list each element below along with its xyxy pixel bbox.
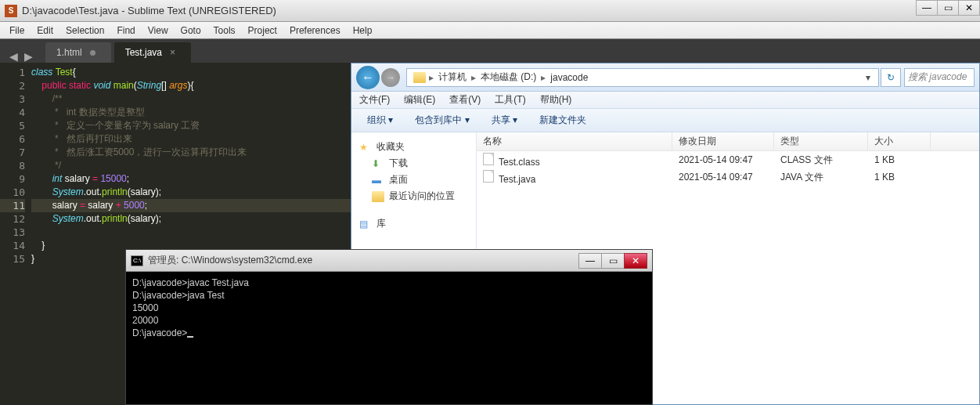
cmd-output[interactable]: D:\javacode>javac Test.java D:\javacode>… <box>126 272 652 344</box>
explorer-menubar: 文件(F) 编辑(E) 查看(V) 工具(T) 帮助(H) <box>351 92 979 109</box>
tabbar: ◀ ▶ 1.html Test.java × <box>0 39 980 63</box>
exp-menu-file[interactable]: 文件(F) <box>359 93 390 107</box>
line-number: 10 <box>0 186 25 199</box>
tab-testjava[interactable]: Test.java × <box>114 42 191 63</box>
cmd-maximize-button[interactable]: ▭ <box>601 253 625 269</box>
breadcrumb[interactable]: 计算机 <box>434 71 471 84</box>
cmd-titlebar: C:\ 管理员: C:\Windows\system32\cmd.exe — ▭… <box>126 250 652 272</box>
sidebar-favorites[interactable]: ★收藏夹 <box>355 139 473 155</box>
maximize-button[interactable]: ▭ <box>937 0 959 16</box>
close-icon[interactable]: × <box>170 47 175 58</box>
line-number: 4 <box>0 106 25 119</box>
forward-button[interactable]: → <box>381 68 400 87</box>
line-number: 12 <box>0 212 25 226</box>
file-icon <box>483 170 494 183</box>
col-size[interactable]: 大小 <box>868 132 931 150</box>
line-number: 13 <box>0 226 25 239</box>
address-bar[interactable]: ▸ 计算机 ▸ 本地磁盘 (D:) ▸ javacode ▾ <box>406 68 879 87</box>
exp-menu-view[interactable]: 查看(V) <box>449 93 481 107</box>
close-button[interactable]: ✕ <box>958 0 980 16</box>
download-icon: ⬇ <box>372 158 384 169</box>
search-input[interactable]: 搜索 javacode <box>904 68 975 87</box>
col-date[interactable]: 修改日期 <box>672 132 774 150</box>
menu-selection[interactable]: Selection <box>59 24 110 38</box>
tab-prev-icon[interactable]: ◀ <box>6 50 21 63</box>
cmd-minimize-button[interactable]: — <box>578 253 602 269</box>
menubar: File Edit Selection Find View Goto Tools… <box>0 22 980 39</box>
col-name[interactable]: 名称 <box>477 132 672 150</box>
line-number: 5 <box>0 119 25 132</box>
cmd-prompt: D:\javacode> <box>132 327 646 339</box>
file-icon <box>483 153 494 165</box>
gutter: 1 2 3 4 5 6 7 8 9 10 11 12 13 14 15 <box>0 63 31 405</box>
back-button[interactable]: ← <box>356 66 380 89</box>
cmd-title: 管理员: C:\Windows\system32\cmd.exe <box>148 254 579 267</box>
explorer-topbar: ← → ▸ 计算机 ▸ 本地磁盘 (D:) ▸ javacode ▾ ↻ 搜索 … <box>351 63 979 92</box>
minimize-button[interactable]: — <box>916 0 938 16</box>
new-folder-button[interactable]: 新建文件夹 <box>531 112 594 128</box>
share-button[interactable]: 共享 ▾ <box>484 112 525 128</box>
window-title: D:\javacode\Test.java - Sublime Text (UN… <box>22 5 276 16</box>
tab-label: Test.java <box>125 47 162 58</box>
menu-view[interactable]: View <box>142 24 175 38</box>
tab-1html[interactable]: 1.html <box>45 42 111 63</box>
explorer-toolbar: 组织 ▾ 包含到库中 ▾ 共享 ▾ 新建文件夹 <box>351 109 979 132</box>
cursor-icon <box>187 336 193 338</box>
tab-next-icon[interactable]: ▶ <box>21 50 36 63</box>
menu-goto[interactable]: Goto <box>175 24 207 38</box>
line-number: 15 <box>0 252 25 266</box>
line-number: 6 <box>0 132 25 146</box>
menu-tools[interactable]: Tools <box>207 24 242 38</box>
cmd-line: 15000 <box>132 302 646 314</box>
line-number: 11 <box>0 199 25 212</box>
menu-preferences[interactable]: Preferences <box>283 24 347 38</box>
chevron-down-icon[interactable]: ▾ <box>861 72 875 83</box>
line-number: 2 <box>0 79 25 92</box>
exp-menu-help[interactable]: 帮助(H) <box>540 93 572 107</box>
line-number: 3 <box>0 92 25 106</box>
cmd-close-button[interactable]: ✕ <box>624 253 647 269</box>
line-number: 1 <box>0 66 25 79</box>
menu-help[interactable]: Help <box>347 24 379 38</box>
line-number: 8 <box>0 159 25 172</box>
menu-find[interactable]: Find <box>110 24 141 38</box>
exp-menu-tools[interactable]: 工具(T) <box>495 93 525 107</box>
star-icon: ★ <box>359 142 372 153</box>
cmd-icon: C:\ <box>131 255 143 266</box>
cmd-line: D:\javacode>javac Test.java <box>132 277 646 289</box>
file-row[interactable]: Test.class 2021-05-14 09:47 CLASS 文件 1 K… <box>477 151 979 168</box>
tab-label: 1.html <box>56 47 82 58</box>
recent-icon <box>372 191 384 202</box>
breadcrumb[interactable]: 本地磁盘 (D:) <box>476 71 541 84</box>
cmd-line: 20000 <box>132 314 646 327</box>
refresh-button[interactable]: ↻ <box>881 68 901 87</box>
line-number: 14 <box>0 239 25 252</box>
line-number: 7 <box>0 146 25 159</box>
dirty-dot-icon <box>90 50 95 56</box>
sidebar-desktop[interactable]: ▬桌面 <box>355 172 473 188</box>
sidebar-downloads[interactable]: ⬇下载 <box>355 155 473 172</box>
titlebar: S D:\javacode\Test.java - Sublime Text (… <box>0 0 980 22</box>
menu-project[interactable]: Project <box>242 24 283 38</box>
col-type[interactable]: 类型 <box>774 132 868 150</box>
library-icon: ▤ <box>359 219 372 230</box>
breadcrumb[interactable]: javacode <box>546 72 593 83</box>
cmd-line: D:\javacode>java Test <box>132 289 646 302</box>
menu-file[interactable]: File <box>3 24 31 38</box>
app-icon: S <box>5 5 17 17</box>
file-row[interactable]: Test.java 2021-05-14 09:47 JAVA 文件 1 KB <box>477 168 979 186</box>
line-number: 9 <box>0 172 25 186</box>
exp-menu-edit[interactable]: 编辑(E) <box>404 93 435 107</box>
folder-icon <box>413 72 426 83</box>
menu-edit[interactable]: Edit <box>31 24 59 38</box>
cmd-window: C:\ 管理员: C:\Windows\system32\cmd.exe — ▭… <box>125 249 653 405</box>
organize-button[interactable]: 组织 ▾ <box>359 112 401 128</box>
desktop-icon: ▬ <box>372 175 384 186</box>
sidebar-libraries[interactable]: ▤库 <box>355 215 473 232</box>
sidebar-recent[interactable]: 最近访问的位置 <box>355 188 473 204</box>
include-lib-button[interactable]: 包含到库中 ▾ <box>407 112 477 128</box>
